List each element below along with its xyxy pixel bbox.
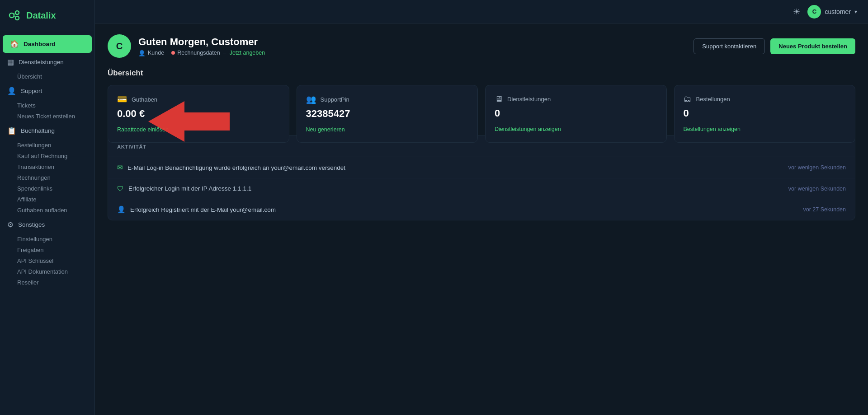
guthaben-label: Guthaben [132, 96, 157, 103]
overview-title: Übersicht [108, 69, 855, 78]
credit-card-icon: 💳 [117, 94, 127, 104]
sidebar-item-guthaben[interactable]: Guthaben aufladen [3, 205, 92, 215]
dienstleistungen-link[interactable]: Dienstleistungen anzeigen [495, 126, 561, 132]
supportpin-value: 32385427 [306, 108, 469, 120]
sidebar-item-einstellungen[interactable]: Einstellungen [3, 234, 92, 244]
support-button[interactable]: Support kontaktieren [693, 38, 765, 54]
main-content: C Guten Morgen, Customer 👤 Kunde Rechnun… [95, 23, 868, 415]
profile-avatar: C [108, 34, 131, 58]
person-icon: 👤 [138, 50, 146, 56]
card-guthaben: 💳 Guthaben 0.00 € Rabattcode einlösen [108, 85, 289, 143]
main-area: ☀ C customer ▾ C Guten Morgen, Customer … [95, 0, 868, 415]
card-bestellungen: 🗂 Bestellungen 0 Bestellungen anzeigen [674, 85, 856, 143]
sidebar-item-tickets[interactable]: Tickets [3, 100, 92, 111]
users-icon: 👥 [306, 94, 316, 104]
sidebar-support-label: Support [21, 88, 42, 94]
role-badge: 👤 Kunde [138, 50, 164, 56]
misc-icon: ⚙ [7, 220, 14, 229]
rabattcode-link[interactable]: Rabattcode einlösen [117, 126, 169, 133]
activity-row: ✉ E-Mail Log-in Benachrichtigung wurde e… [108, 157, 855, 178]
home-icon: 🏠 [10, 40, 19, 48]
sidebar-item-affiliate[interactable]: Affiliate [3, 194, 92, 205]
activity-section: AKTIVITÄT ✉ E-Mail Log-in Benachrichtigu… [108, 135, 855, 220]
bestellungen-link[interactable]: Bestellungen anzeigen [684, 126, 741, 132]
dienstleistungen-label: Dienstleistungen [507, 96, 551, 103]
sidebar-item-spendenlinks[interactable]: Spendenlinks [3, 183, 92, 194]
neu-generieren-link[interactable]: Neu generieren [306, 126, 345, 133]
services-card-icon: 🖥 [495, 94, 503, 104]
order-button[interactable]: Neues Produkt bestellen [770, 38, 855, 54]
topbar-username: customer [825, 8, 851, 15]
sidebar-item-support[interactable]: 👤 Support [0, 82, 94, 100]
greeting-text: Guten Morgen, Customer [138, 36, 265, 48]
sidebar-item-dienstleistungen[interactable]: ▦ Dienstleistungen [0, 53, 94, 71]
sidebar-item-freigaben[interactable]: Freigaben [3, 245, 92, 255]
sidebar-item-uebersicht[interactable]: Übersicht [3, 71, 92, 82]
billing-badge: Rechnungsdaten – Jetzt angeben [171, 50, 265, 56]
sidebar-sonstiges-label: Sonstiges [18, 221, 45, 228]
overview-cards: 💳 Guthaben 0.00 € Rabattcode einlösen 👥 … [108, 85, 855, 143]
dienstleistungen-value: 0 [495, 107, 657, 119]
svg-point-0 [9, 13, 14, 18]
sidebar-item-transaktionen[interactable]: Transaktionen [3, 162, 92, 172]
card-dienstleistungen: 🖥 Dienstleistungen 0 Dienstleistungen an… [485, 85, 667, 143]
sidebar-item-buchhaltung[interactable]: 📋 Buchhaltung [0, 122, 94, 140]
accounting-icon: 📋 [7, 126, 16, 135]
orders-card-icon: 🗂 [684, 94, 692, 104]
topbar-avatar: C [807, 5, 821, 19]
sidebar-item-dashboard[interactable]: 🏠 Dashboard [3, 35, 92, 53]
logo-area: Datalix [0, 0, 94, 31]
svg-point-1 [15, 11, 19, 14]
billing-link[interactable]: Jetzt angeben [230, 50, 265, 56]
sidebar-item-api-schluessel[interactable]: API Schlüssel [3, 256, 92, 266]
sidebar-nav: 🏠 Dashboard ▦ Dienstleistungen Übersicht… [0, 31, 94, 415]
profile-left: C Guten Morgen, Customer 👤 Kunde Rechnun… [108, 34, 265, 58]
billing-status-dot [171, 51, 175, 55]
profile-header: C Guten Morgen, Customer 👤 Kunde Rechnun… [108, 34, 855, 58]
chevron-down-icon: ▾ [854, 9, 857, 15]
activity-col-header: AKTIVITÄT [117, 144, 146, 149]
sidebar-item-sonstiges[interactable]: ⚙ Sonstiges [0, 216, 94, 233]
activity-row: 👤 Erfolgreich Registriert mit der E-Mail… [108, 199, 855, 220]
sidebar-item-rechnungen[interactable]: Rechnungen [3, 173, 92, 183]
topbar: ☀ C customer ▾ [95, 0, 868, 23]
sidebar-dashboard-label: Dashboard [24, 41, 56, 47]
services-icon: ▦ [7, 58, 14, 66]
activity-time-0: vor wenigen Sekunden [788, 164, 846, 171]
sidebar-item-reseller[interactable]: Reseller [3, 277, 92, 288]
activity-text-2: Erfolgreich Registriert mit der E-Mail y… [130, 206, 276, 213]
activity-time-2: vor 27 Sekunden [803, 206, 846, 213]
svg-point-2 [15, 16, 19, 20]
sidebar-item-bestellungen[interactable]: Bestellungen [3, 140, 92, 150]
logo-text: Datalix [26, 10, 56, 21]
brightness-icon[interactable]: ☀ [793, 7, 800, 17]
sidebar-item-kauf-rechnung[interactable]: Kauf auf Rechnung [3, 151, 92, 161]
activity-text-0: E-Mail Log-in Benachrichtigung wurde erf… [127, 164, 345, 171]
email-icon: ✉ [117, 163, 123, 172]
support-icon: 👤 [7, 87, 16, 95]
datalix-logo-icon [7, 8, 22, 23]
shield-icon: 🛡 [117, 185, 124, 192]
user-register-icon: 👤 [117, 205, 126, 214]
sidebar-dienstleistungen-label: Dienstleistungen [19, 59, 64, 65]
sidebar-item-neues-ticket[interactable]: Neues Ticket erstellen [3, 111, 92, 121]
card-supportpin: 👥 SupportPin 32385427 Neu generieren [297, 85, 478, 143]
sidebar: Datalix 🏠 Dashboard ▦ Dienstleistungen Ü… [0, 0, 95, 415]
bestellungen-label: Bestellungen [696, 96, 730, 103]
profile-actions: Support kontaktieren Neues Produkt beste… [693, 38, 855, 54]
activity-text-1: Erfolgreicher Login mit der IP Adresse 1… [128, 185, 251, 192]
sidebar-buchhaltung-label: Buchhaltung [21, 127, 55, 134]
activity-row: 🛡 Erfolgreicher Login mit der IP Adresse… [108, 178, 855, 199]
profile-info: Guten Morgen, Customer 👤 Kunde Rechnungs… [138, 36, 265, 56]
sidebar-item-api-doku[interactable]: API Dokumentation [3, 266, 92, 277]
guthaben-value: 0.00 € [117, 108, 280, 120]
profile-meta: 👤 Kunde Rechnungsdaten – Jetzt angeben [138, 50, 265, 56]
bestellungen-value: 0 [684, 107, 846, 119]
activity-time-1: vor wenigen Sekunden [788, 186, 846, 192]
supportpin-label: SupportPin [321, 96, 349, 103]
user-menu[interactable]: C customer ▾ [807, 5, 857, 19]
